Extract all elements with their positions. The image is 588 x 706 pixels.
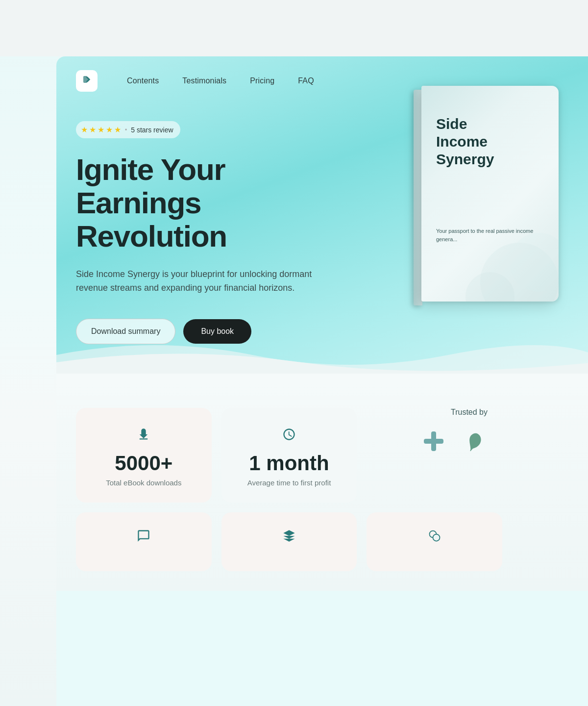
book-cover-title: SideIncomeSynergy xyxy=(436,115,494,168)
stats-section: 5000+ Total eBook downloads 1 month Aver… xyxy=(56,374,588,591)
page-wrapper: Contents Testimonials Pricing FAQ ★ ★ ★ … xyxy=(0,0,588,706)
stars-label: 5 stars review xyxy=(131,126,173,134)
trusted-logo-2 xyxy=(458,427,488,456)
coins-icon xyxy=(426,527,443,545)
hero-buttons: Download summary Buy book xyxy=(76,319,355,344)
logo-icon xyxy=(81,74,93,88)
star-dot: • xyxy=(125,126,127,133)
clock-icon xyxy=(280,426,298,443)
stars-badge: ★ ★ ★ ★ ★ • 5 stars review xyxy=(76,121,180,138)
hero-title-line1: Ignite Your Earnings xyxy=(76,152,225,220)
stats-grid: 5000+ Total eBook downloads 1 month Aver… xyxy=(76,408,502,503)
month-label: Average time to first profit xyxy=(247,479,331,487)
stat-card-bottom-2 xyxy=(221,512,357,571)
stat-card-downloads: 5000+ Total eBook downloads xyxy=(76,408,212,503)
nav-links: Contents Testimonials Pricing FAQ xyxy=(127,76,314,85)
stack-icon xyxy=(280,527,298,545)
stat-card-month: 1 month Average time to first profit xyxy=(221,408,357,503)
star-1: ★ xyxy=(81,125,88,134)
hero-section: Contents Testimonials Pricing FAQ ★ ★ ★ … xyxy=(56,56,588,374)
nav-link-testimonials[interactable]: Testimonials xyxy=(182,76,226,85)
star-3: ★ xyxy=(98,125,104,134)
trusted-logos xyxy=(367,427,502,456)
buy-book-button[interactable]: Buy book xyxy=(183,319,251,344)
month-number: 1 month xyxy=(249,453,329,474)
download-summary-button[interactable]: Download summary xyxy=(76,319,175,344)
nav-link-contents[interactable]: Contents xyxy=(127,76,159,85)
chat-icon xyxy=(135,527,152,545)
star-2: ★ xyxy=(89,125,96,134)
book-3d: SideIncomeSynergy Your passport to the r… xyxy=(421,86,578,311)
downloads-number: 5000+ xyxy=(115,453,172,474)
download-icon xyxy=(135,426,152,443)
stat-card-bottom-3 xyxy=(367,512,502,571)
book-image: SideIncomeSynergy Your passport to the r… xyxy=(402,86,588,341)
nav-link-pricing[interactable]: Pricing xyxy=(250,76,274,85)
trusted-column: Trusted by xyxy=(367,408,502,503)
star-5: ★ xyxy=(114,125,121,134)
hero-content: ★ ★ ★ ★ ★ • 5 stars review Ignite Your E… xyxy=(56,101,380,374)
stats-bottom-row xyxy=(76,512,502,571)
svg-rect-4 xyxy=(424,439,443,444)
hero-description: Side Income Synergy is your blueprint fo… xyxy=(76,267,331,296)
navbar: Contents Testimonials Pricing FAQ xyxy=(56,56,588,101)
stat-card-bottom-1 xyxy=(76,512,212,571)
star-4: ★ xyxy=(106,125,113,134)
browser-chrome xyxy=(0,0,588,56)
downloads-label: Total eBook downloads xyxy=(106,479,181,487)
stars: ★ ★ ★ ★ ★ xyxy=(81,125,121,134)
hero-title: Ignite Your Earnings Revolution xyxy=(76,153,355,253)
hero-title-line2: Revolution xyxy=(76,219,227,253)
trusted-label: Trusted by xyxy=(367,408,502,417)
site-card: Contents Testimonials Pricing FAQ ★ ★ ★ … xyxy=(56,56,588,706)
logo[interactable] xyxy=(76,70,98,92)
nav-link-faq[interactable]: FAQ xyxy=(298,76,314,85)
svg-point-6 xyxy=(433,534,440,541)
book-cover: SideIncomeSynergy Your passport to the r… xyxy=(421,86,559,302)
trusted-logo-1 xyxy=(419,427,448,456)
